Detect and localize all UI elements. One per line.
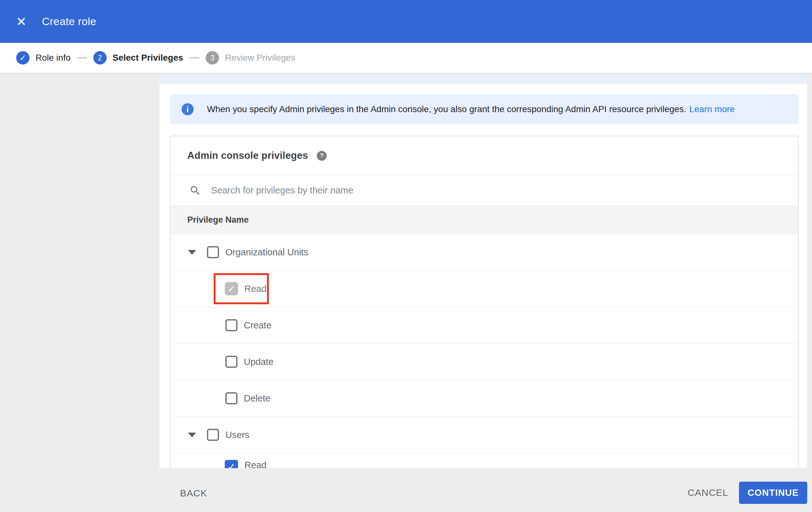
privilege-row-ou-create: Create bbox=[171, 307, 798, 344]
privilege-label: Read bbox=[244, 284, 266, 294]
cancel-button[interactable]: CANCEL bbox=[688, 484, 728, 501]
privilege-search-row bbox=[171, 175, 798, 206]
checkbox-organizational-units[interactable] bbox=[207, 246, 219, 258]
left-gutter bbox=[0, 73, 160, 468]
privilege-label: Users bbox=[225, 430, 250, 440]
wizard-stepper: ✓ Role info 2 Select Privileges 3 Review… bbox=[0, 43, 812, 73]
step-complete-check-icon: ✓ bbox=[16, 51, 30, 64]
footer-actions: CANCEL CONTINUE bbox=[688, 482, 807, 504]
close-icon[interactable]: ✕ bbox=[14, 14, 29, 29]
privilege-row-users-read: ✓ Read bbox=[171, 453, 798, 468]
step-role-info[interactable]: ✓ Role info bbox=[16, 51, 71, 64]
search-icon bbox=[189, 185, 201, 197]
checkbox-update[interactable] bbox=[225, 356, 237, 368]
checkbox-read-checked[interactable]: ✓ bbox=[225, 282, 238, 295]
search-input[interactable] bbox=[210, 185, 687, 196]
table-header: Privilege Name bbox=[171, 206, 798, 234]
dialog-body: i When you specify Admin privileges in t… bbox=[0, 73, 812, 468]
privilege-label: Delete bbox=[244, 393, 270, 404]
step-label: Role info bbox=[35, 53, 71, 63]
step-number-icon: 3 bbox=[206, 51, 219, 64]
checkbox-create[interactable] bbox=[225, 319, 237, 331]
dialog-footer: BACK CANCEL CONTINUE bbox=[0, 468, 812, 512]
help-icon[interactable]: ? bbox=[317, 151, 327, 161]
card-title: Admin console privileges bbox=[187, 150, 308, 161]
step-label: Select Privileges bbox=[113, 53, 183, 63]
back-button[interactable]: BACK bbox=[180, 485, 207, 502]
step-label: Review Privileges bbox=[225, 53, 295, 63]
privilege-row-organizational-units: Organizational Units bbox=[171, 234, 798, 271]
privilege-label: Update bbox=[244, 357, 273, 367]
checkbox-delete[interactable] bbox=[225, 392, 237, 404]
step-number-icon: 2 bbox=[93, 51, 107, 64]
continue-button[interactable]: CONTINUE bbox=[739, 482, 807, 504]
step-divider bbox=[77, 57, 87, 58]
info-icon: i bbox=[181, 103, 194, 115]
privilege-label: Read bbox=[244, 460, 266, 468]
checkbox-users[interactable] bbox=[207, 429, 219, 441]
privilege-label: Organizational Units bbox=[225, 247, 308, 258]
app-bar: ✕ Create role bbox=[0, 0, 812, 43]
learn-more-link[interactable]: Learn more bbox=[690, 104, 735, 114]
step-select-privileges[interactable]: 2 Select Privileges bbox=[93, 51, 183, 64]
admin-console-privileges-card: Admin console privileges ? Privilege Nam… bbox=[170, 136, 799, 468]
scroll-panel: i When you specify Admin privileges in t… bbox=[160, 73, 807, 468]
vertical-scrollbar[interactable] bbox=[807, 73, 812, 468]
privilege-label: Create bbox=[244, 320, 271, 331]
privilege-row-ou-read: ✓ Read bbox=[171, 271, 798, 307]
collapse-caret-icon[interactable] bbox=[188, 250, 196, 255]
info-banner-text: When you specify Admin privileges in the… bbox=[207, 104, 686, 114]
privilege-row-ou-update: Update bbox=[171, 344, 798, 380]
column-header-privilege-name: Privilege Name bbox=[187, 215, 249, 225]
step-divider bbox=[190, 57, 199, 58]
scrolled-content-sliver bbox=[160, 73, 807, 84]
page-title: Create role bbox=[42, 15, 96, 28]
info-banner: i When you specify Admin privileges in t… bbox=[170, 94, 799, 124]
step-review-privileges[interactable]: 3 Review Privileges bbox=[206, 51, 295, 64]
collapse-caret-icon[interactable] bbox=[188, 433, 196, 437]
checkbox-read-checked-blue[interactable]: ✓ bbox=[225, 460, 238, 468]
card-title-row: Admin console privileges ? bbox=[171, 136, 798, 175]
create-role-dialog: ✕ Create role ✓ Role info 2 Select Privi… bbox=[0, 0, 812, 512]
privilege-row-users: Users bbox=[171, 417, 798, 453]
privilege-row-ou-delete: Delete bbox=[171, 380, 798, 417]
